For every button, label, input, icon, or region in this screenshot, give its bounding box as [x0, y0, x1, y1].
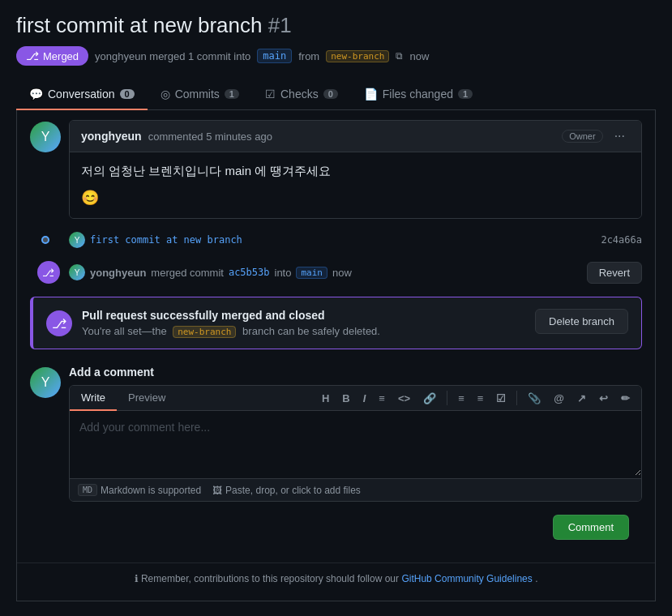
commit-message[interactable]: first commit at new branch	[90, 234, 242, 246]
footer-suffix: .	[535, 573, 537, 584]
toolbar-task-btn[interactable]: ☑	[491, 390, 511, 407]
full-editor: Write Preview H B I ≡ <> 🔗 ≡ ≡	[69, 385, 642, 502]
revert-button[interactable]: Revert	[587, 262, 642, 284]
toolbar-link-btn[interactable]: 🔗	[418, 390, 441, 407]
pr-title-text: first commit at new branch	[16, 13, 262, 37]
add-comment-row: Y Add a comment Write Preview H B I ≡	[17, 356, 655, 563]
toolbar-quote-btn[interactable]: ≡	[374, 390, 390, 407]
merge-success-wrapper: ⎇ Pull request successfully merged and c…	[17, 293, 655, 356]
toolbar-divider-2	[516, 391, 517, 405]
attach-label[interactable]: 🖼 Paste, drop, or click to add files	[212, 485, 361, 496]
merge-author-avatar: Y	[69, 264, 85, 280]
merge-timeline-item: ⎇ Y yonghyeun merged commit ac5b53b into…	[30, 255, 642, 290]
toolbar-ul-btn[interactable]: ≡	[453, 390, 469, 407]
comment-textarea[interactable]	[70, 411, 641, 476]
toolbar-edit-btn[interactable]: ✏	[616, 390, 635, 407]
merge-success-text: Pull request successfully merged and clo…	[82, 309, 380, 337]
files-tab-icon: 📄	[364, 88, 378, 101]
toolbar-code-btn[interactable]: <>	[393, 390, 415, 407]
toolbar-mention-btn[interactable]: @	[549, 390, 569, 407]
attach-text: Paste, drop, or click to add files	[225, 485, 361, 496]
comment-text: 저의 엄청난 브렌치입니다 main 에 땡겨주세요	[81, 164, 630, 179]
tab-commits[interactable]: ◎ Commits 1	[148, 79, 252, 110]
page-container: first commit at new branch #1 ⎇ Merged y…	[0, 0, 672, 614]
checks-tab-icon: ☑	[265, 88, 276, 101]
delete-branch-button[interactable]: Delete branch	[535, 309, 628, 334]
merge-success-suffix: branch can be safely deleted.	[242, 325, 380, 337]
conversation-tab-badge: 0	[120, 89, 135, 99]
merge-success-prefix: You're all set—the	[82, 325, 167, 337]
write-tab[interactable]: Write	[70, 386, 117, 411]
commits-tab-icon: ◎	[161, 88, 170, 101]
tab-conversation[interactable]: 💬 Conversation 0	[16, 79, 148, 110]
owner-badge: Owner	[562, 130, 602, 143]
editor-footer-bar: MD Markdown is supported 🖼 Paste, drop, …	[70, 478, 641, 501]
merge-info-text: yonghyeun merged 1 commit into	[95, 50, 250, 62]
toolbar-divider-1	[447, 391, 447, 405]
merge-success-title: Pull request successfully merged and clo…	[82, 309, 380, 322]
commit-info: Y first commit at new branch	[69, 232, 593, 248]
merged-badge: ⎇ Merged	[16, 46, 88, 66]
conversation-tab-label: Conversation	[48, 88, 115, 101]
merge-time: now	[409, 50, 429, 62]
merge-timeline-icon: ⎇	[37, 261, 60, 284]
commit-author-avatar: Y	[69, 232, 85, 248]
editor-toolbar-right: H B I ≡ <> 🔗 ≡ ≡ ☑ 📎 @	[310, 386, 641, 410]
merge-into-text: into	[275, 267, 292, 279]
merge-commit-id[interactable]: ac5b53b	[229, 267, 270, 278]
merge-success-icon: ⎇	[46, 310, 72, 336]
commits-tab-badge: 1	[225, 89, 239, 99]
merge-success-subtitle: You're all set—the new-branch branch can…	[82, 325, 380, 337]
emoji-reaction[interactable]: 😊	[81, 190, 99, 206]
checks-tab-badge: 0	[323, 89, 338, 99]
toolbar-italic-btn[interactable]: I	[358, 390, 371, 407]
merge-action: merged commit	[151, 267, 224, 279]
pr-number: #1	[268, 13, 292, 37]
toolbar-attach-btn[interactable]: 📎	[523, 390, 546, 407]
merge-target-branch: main	[296, 267, 327, 279]
md-badge: MD	[78, 484, 97, 496]
deleted-branch-tag: new-branch	[173, 326, 236, 338]
tab-checks[interactable]: ☑ Checks 0	[252, 79, 351, 110]
target-branch-tag[interactable]: main	[257, 49, 292, 63]
commenter-avatar: Y	[30, 122, 61, 152]
source-branch-tag[interactable]: new-branch	[326, 50, 389, 62]
toolbar-reply-btn[interactable]: ↩	[594, 390, 613, 407]
merge-icon: ⎇	[26, 49, 39, 62]
community-guidelines-link[interactable]: GitHub Community Guidelines	[401, 573, 532, 584]
toolbar-ol-btn[interactable]: ≡	[473, 390, 489, 407]
commenter-avatar-2: Y	[30, 367, 61, 398]
timeline-wrapper: Y first commit at new branch 2c4a66a ⎇ Y…	[17, 222, 655, 293]
markdown-supported-text: Markdown is supported	[101, 485, 201, 496]
commits-tab-label: Commits	[175, 88, 220, 101]
merge-success-box: ⎇ Pull request successfully merged and c…	[30, 297, 642, 349]
tab-files-changed[interactable]: 📄 Files changed 1	[351, 79, 486, 110]
comment-block: yonghyeun commented 5 minutes ago Owner …	[69, 120, 642, 219]
comment-menu-button[interactable]: ···	[610, 127, 630, 145]
copy-icon[interactable]: ⧉	[396, 50, 403, 62]
comment-author-info: yonghyeun commented 5 minutes ago	[81, 130, 272, 143]
editor-tabs: Write Preview H B I ≡ <> 🔗 ≡ ≡	[70, 386, 641, 411]
commit-hash: 2c4a66a	[601, 234, 642, 246]
markdown-label: MD Markdown is supported	[78, 484, 201, 496]
merge-time: now	[332, 267, 352, 279]
merge-success-content: ⎇ Pull request successfully merged and c…	[46, 309, 522, 337]
comment-editor: Add a comment Write Preview H B I ≡ <>	[69, 366, 642, 553]
commit-dot	[41, 236, 49, 244]
submit-row: Comment	[69, 508, 642, 553]
files-tab-badge: 1	[458, 89, 473, 99]
checks-tab-label: Checks	[280, 88, 319, 101]
comment-submit-button[interactable]: Comment	[553, 515, 629, 540]
toolbar-ref-btn[interactable]: ↗	[572, 390, 591, 407]
commenter-username: yonghyeun	[81, 130, 142, 143]
footer-note: ℹ Remember, contributions to this reposi…	[17, 563, 655, 597]
preview-tab[interactable]: Preview	[117, 386, 177, 410]
toolbar-h-btn[interactable]: H	[317, 390, 334, 407]
commit-timeline-item: Y first commit at new branch 2c4a66a	[30, 225, 642, 255]
merge-info: Y yonghyeun merged commit ac5b53b into m…	[69, 264, 579, 280]
tabs-bar: 💬 Conversation 0 ◎ Commits 1 ☑ Checks 0 …	[16, 79, 656, 110]
comment-header: yonghyeun commented 5 minutes ago Owner …	[70, 121, 641, 152]
add-comment-label: Add a comment	[69, 366, 642, 379]
toolbar-bold-btn[interactable]: B	[337, 390, 354, 407]
footer-prefix: Remember, contributions to this reposito…	[141, 573, 399, 584]
